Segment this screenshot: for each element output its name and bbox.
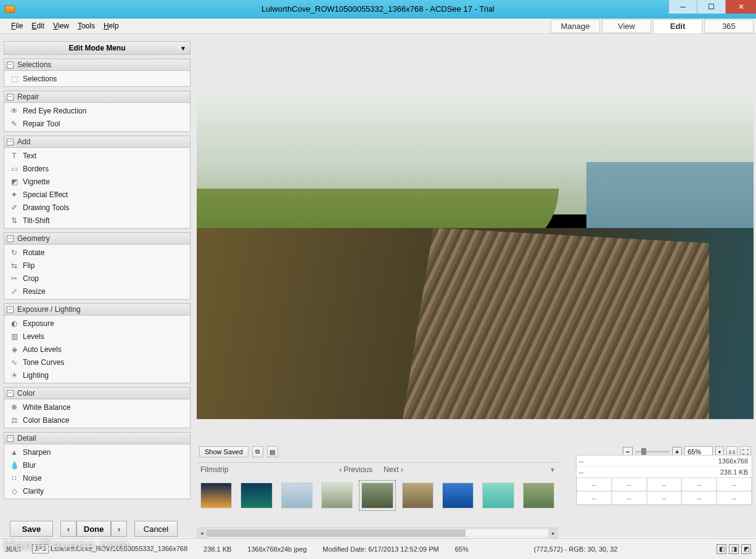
group-header[interactable]: −Detail <box>4 432 191 444</box>
group-title: Color <box>17 389 35 398</box>
filmstrip-label: Filmstrip <box>200 465 228 474</box>
scrollbar-thumb[interactable] <box>207 529 466 537</box>
group-header[interactable]: −Add <box>4 136 191 148</box>
status-icon-2[interactable]: ◨ <box>729 544 739 554</box>
filmstrip-thumb[interactable] <box>281 483 313 508</box>
scroll-right-icon[interactable]: ▸ <box>548 528 558 538</box>
menu-help[interactable]: Help <box>104 22 119 30</box>
group-title: Repair <box>17 92 39 101</box>
tool-tone-curves[interactable]: ∿Tone Curves <box>4 356 190 369</box>
tool-tilt-shift[interactable]: ⇅Tilt-Shift <box>4 214 190 227</box>
chevron-right-icon: › <box>401 465 403 474</box>
mode-tab-manage[interactable]: Manage <box>551 19 600 33</box>
compare-icon[interactable]: ⧉ <box>252 446 263 457</box>
tool-label: Auto Levels <box>23 345 62 354</box>
tool-special-effect[interactable]: ✦Special Effect <box>4 188 190 201</box>
tool-lighting[interactable]: ☀Lighting <box>4 369 190 382</box>
info-cell: -- <box>647 478 682 491</box>
histogram-icon[interactable]: ▤ <box>267 446 278 457</box>
done-previous-button[interactable]: ‹ <box>60 521 76 537</box>
tool-color-balance[interactable]: ⚖Color Balance <box>4 414 190 426</box>
collapse-icon: − <box>7 435 14 442</box>
tool-borders[interactable]: ▭Borders <box>4 162 190 175</box>
tool-flip[interactable]: ⇆Flip <box>4 259 190 272</box>
collapse-icon: − <box>7 306 14 313</box>
tool-blur[interactable]: 💧Blur <box>4 459 190 471</box>
levels-icon: ▥ <box>9 332 19 341</box>
filmstrip-scrollbar[interactable]: ◂ ▸ <box>197 528 558 537</box>
group-color: −Color❋White Balance⚖Color Balance <box>4 387 191 428</box>
info-dimensions: 1366x768 <box>702 457 752 465</box>
tool-label: Tone Curves <box>23 358 64 367</box>
status-format: 1366x768x24b jpeg <box>247 545 306 553</box>
menu-file[interactable]: File <box>11 22 23 30</box>
tool-crop[interactable]: ✂Crop <box>4 272 190 285</box>
tool-rotate[interactable]: ↻Rotate <box>4 246 190 259</box>
tool-text[interactable]: TText <box>4 149 190 162</box>
collapse-icon: − <box>7 235 14 242</box>
group-body: ▲Sharpen💧Blur∷Noise◇Clarity <box>4 444 191 499</box>
tool-exposure[interactable]: ◐Exposure <box>4 317 190 330</box>
tool-red-eye-reduction[interactable]: 👁Red Eye Reduction <box>4 104 190 117</box>
info-cell: -- <box>612 491 647 505</box>
tool-resize[interactable]: ⤢Resize <box>4 285 190 298</box>
filmstrip-thumb[interactable] <box>402 483 433 508</box>
app-icon <box>5 6 15 13</box>
mode-tab-365[interactable]: 365 <box>704 19 754 33</box>
scroll-left-icon[interactable]: ◂ <box>197 528 207 538</box>
filmstrip-thumb[interactable] <box>442 483 474 508</box>
status-icon-1[interactable]: ◧ <box>717 544 726 554</box>
group-header[interactable]: −Geometry <box>4 232 191 245</box>
done-next-button[interactable]: › <box>111 521 127 537</box>
image-preview[interactable] <box>197 89 754 419</box>
save-button[interactable]: Save <box>10 521 53 537</box>
crop-icon: ✂ <box>9 274 19 283</box>
mode-tab-view[interactable]: View <box>602 19 651 33</box>
filmstrip-previous-button[interactable]: ‹ Previous <box>339 465 372 474</box>
drawing-tools-icon: ✐ <box>9 203 19 212</box>
tool-auto-levels[interactable]: ◈Auto Levels <box>4 343 190 356</box>
tool-white-balance[interactable]: ❋White Balance <box>4 401 190 414</box>
maximize-button[interactable]: ☐ <box>697 0 725 14</box>
filmstrip-thumb[interactable] <box>240 483 272 508</box>
cancel-button[interactable]: Cancel <box>134 521 178 537</box>
tool-label: Color Balance <box>23 416 69 425</box>
filmstrip-thumb[interactable] <box>200 483 232 508</box>
filmstrip-thumb[interactable] <box>482 483 514 508</box>
group-header[interactable]: −Selections <box>4 59 191 71</box>
group-header[interactable]: −Color <box>4 387 191 399</box>
menu-tools[interactable]: Tools <box>78 22 95 30</box>
filmstrip-thumb[interactable] <box>321 483 353 508</box>
menu-edit[interactable]: Edit <box>31 22 44 30</box>
collapse-icon: − <box>7 139 14 145</box>
minimize-button[interactable]: ─ <box>668 0 697 14</box>
menu-view[interactable]: View <box>53 22 69 30</box>
group-header[interactable]: −Repair <box>4 91 191 103</box>
filmstrip-thumb[interactable] <box>361 483 393 508</box>
filmstrip-collapse-icon[interactable]: ▾ <box>551 465 554 474</box>
group-body: ⬚Selections <box>4 71 191 87</box>
tool-levels[interactable]: ▥Levels <box>4 330 190 343</box>
window-title: LulworthCove_ROW10500055332_1366x768 - A… <box>261 4 495 14</box>
sharpen-icon: ▲ <box>9 448 19 457</box>
group-title: Selections <box>17 60 51 69</box>
mode-tab-edit[interactable]: Edit <box>653 19 702 33</box>
tool-selections[interactable]: ⬚Selections <box>4 72 190 85</box>
filmstrip-next-button[interactable]: Next › <box>384 465 403 474</box>
tool-repair-tool[interactable]: ✎Repair Tool <box>4 117 190 130</box>
done-button[interactable]: Done <box>76 521 111 537</box>
filmstrip-thumb[interactable] <box>523 483 554 508</box>
edit-mode-menu-button[interactable]: Edit Mode Menu ▼ <box>4 41 191 55</box>
close-button[interactable]: ✕ <box>725 0 756 14</box>
tool-noise[interactable]: ∷Noise <box>4 471 190 484</box>
show-saved-button[interactable]: Show Saved <box>199 446 249 457</box>
tool-sharpen[interactable]: ▲Sharpen <box>4 446 190 459</box>
tool-drawing-tools[interactable]: ✐Drawing Tools <box>4 201 190 214</box>
tool-clarity[interactable]: ◇Clarity <box>4 484 190 497</box>
group-header[interactable]: −Exposure / Lighting <box>4 303 191 316</box>
status-icon-3[interactable]: ◩ <box>741 544 751 554</box>
tool-vignette[interactable]: ◩Vignette <box>4 175 190 188</box>
tool-label: Exposure <box>23 319 54 328</box>
exposure-icon: ◐ <box>9 319 19 328</box>
group-body: 👁Red Eye Reduction✎Repair Tool <box>4 103 191 132</box>
